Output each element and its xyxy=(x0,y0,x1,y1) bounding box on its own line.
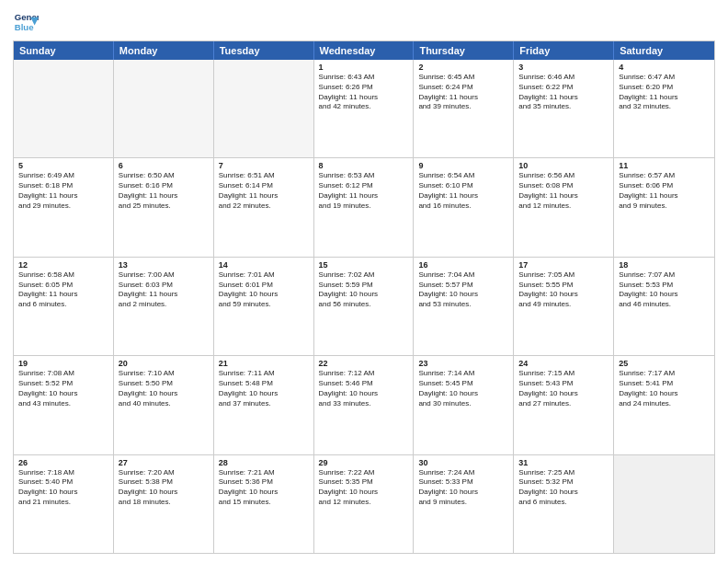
day-number: 10 xyxy=(518,161,609,170)
header: General Blue xyxy=(13,9,715,35)
calendar-cell: 11Sunrise: 6:57 AM Sunset: 6:06 PM Dayli… xyxy=(614,158,714,256)
calendar-cell: 23Sunrise: 7:14 AM Sunset: 5:45 PM Dayli… xyxy=(414,356,514,454)
day-number: 2 xyxy=(418,63,508,72)
calendar-row-5: 26Sunrise: 7:18 AM Sunset: 5:40 PM Dayli… xyxy=(14,455,714,553)
calendar-cell: 29Sunrise: 7:22 AM Sunset: 5:35 PM Dayli… xyxy=(314,455,415,553)
day-number: 25 xyxy=(619,359,710,368)
cell-info: Sunrise: 7:17 AM Sunset: 5:41 PM Dayligh… xyxy=(619,369,710,408)
cell-info: Sunrise: 6:51 AM Sunset: 6:14 PM Dayligh… xyxy=(219,171,309,211)
weekday-header-thursday: Thursday xyxy=(414,41,514,60)
calendar-cell: 9Sunrise: 6:54 AM Sunset: 6:10 PM Daylig… xyxy=(414,158,514,256)
page: General Blue SundayMondayTuesdayWednesda… xyxy=(0,0,728,563)
calendar-cell: 22Sunrise: 7:12 AM Sunset: 5:46 PM Dayli… xyxy=(314,356,415,454)
calendar-row-3: 12Sunrise: 6:58 AM Sunset: 6:05 PM Dayli… xyxy=(14,258,714,356)
day-number: 22 xyxy=(319,359,409,368)
weekday-header-monday: Monday xyxy=(114,41,214,60)
cell-info: Sunrise: 6:43 AM Sunset: 6:26 PM Dayligh… xyxy=(319,73,409,112)
weekday-header-wednesday: Wednesday xyxy=(314,41,415,60)
calendar-cell: 12Sunrise: 6:58 AM Sunset: 6:05 PM Dayli… xyxy=(14,258,114,355)
cell-info: Sunrise: 7:00 AM Sunset: 6:03 PM Dayligh… xyxy=(119,270,209,310)
calendar: SundayMondayTuesdayWednesdayThursdayFrid… xyxy=(13,40,715,554)
cell-info: Sunrise: 7:22 AM Sunset: 5:35 PM Dayligh… xyxy=(319,468,409,508)
calendar-cell: 5Sunrise: 6:49 AM Sunset: 6:18 PM Daylig… xyxy=(14,158,114,256)
weekday-header-tuesday: Tuesday xyxy=(214,41,314,60)
cell-info: Sunrise: 7:04 AM Sunset: 5:57 PM Dayligh… xyxy=(418,270,508,310)
weekday-header-friday: Friday xyxy=(514,41,614,60)
day-number: 1 xyxy=(319,63,409,72)
calendar-header: SundayMondayTuesdayWednesdayThursdayFrid… xyxy=(14,41,714,60)
day-number: 27 xyxy=(119,458,209,467)
calendar-cell: 3Sunrise: 6:46 AM Sunset: 6:22 PM Daylig… xyxy=(514,60,614,157)
cell-info: Sunrise: 7:01 AM Sunset: 6:01 PM Dayligh… xyxy=(219,270,309,310)
calendar-cell: 19Sunrise: 7:08 AM Sunset: 5:52 PM Dayli… xyxy=(14,356,114,454)
calendar-cell: 27Sunrise: 7:20 AM Sunset: 5:38 PM Dayli… xyxy=(114,455,214,553)
calendar-cell: 7Sunrise: 6:51 AM Sunset: 6:14 PM Daylig… xyxy=(214,158,314,256)
calendar-cell: 20Sunrise: 7:10 AM Sunset: 5:50 PM Dayli… xyxy=(114,356,214,454)
day-number: 14 xyxy=(219,260,309,270)
calendar-cell: 2Sunrise: 6:45 AM Sunset: 6:24 PM Daylig… xyxy=(414,60,514,157)
calendar-cell: 6Sunrise: 6:50 AM Sunset: 6:16 PM Daylig… xyxy=(114,158,214,256)
calendar-cell: 25Sunrise: 7:17 AM Sunset: 5:41 PM Dayli… xyxy=(614,356,714,454)
cell-info: Sunrise: 7:25 AM Sunset: 5:32 PM Dayligh… xyxy=(518,468,609,508)
day-number: 18 xyxy=(619,260,710,270)
day-number: 11 xyxy=(619,161,710,170)
cell-info: Sunrise: 6:45 AM Sunset: 6:24 PM Dayligh… xyxy=(418,73,508,112)
calendar-cell: 8Sunrise: 6:53 AM Sunset: 6:12 PM Daylig… xyxy=(314,158,415,256)
calendar-cell xyxy=(114,60,214,157)
day-number: 9 xyxy=(418,161,508,170)
calendar-cell xyxy=(614,455,714,553)
day-number: 31 xyxy=(518,458,609,467)
calendar-row-4: 19Sunrise: 7:08 AM Sunset: 5:52 PM Dayli… xyxy=(14,356,714,454)
cell-info: Sunrise: 6:47 AM Sunset: 6:20 PM Dayligh… xyxy=(619,73,710,112)
day-number: 28 xyxy=(219,458,309,467)
cell-info: Sunrise: 7:20 AM Sunset: 5:38 PM Dayligh… xyxy=(119,468,209,508)
day-number: 30 xyxy=(418,458,508,467)
day-number: 24 xyxy=(518,359,609,368)
day-number: 26 xyxy=(18,458,108,467)
calendar-cell xyxy=(214,60,314,157)
cell-info: Sunrise: 7:10 AM Sunset: 5:50 PM Dayligh… xyxy=(119,369,209,408)
cell-info: Sunrise: 7:18 AM Sunset: 5:40 PM Dayligh… xyxy=(18,468,108,508)
cell-info: Sunrise: 6:57 AM Sunset: 6:06 PM Dayligh… xyxy=(619,171,710,211)
calendar-row-1: 1Sunrise: 6:43 AM Sunset: 6:26 PM Daylig… xyxy=(14,60,714,158)
calendar-cell: 4Sunrise: 6:47 AM Sunset: 6:20 PM Daylig… xyxy=(614,60,714,157)
day-number: 20 xyxy=(119,359,209,368)
logo: General Blue xyxy=(13,9,39,35)
day-number: 19 xyxy=(18,359,108,368)
weekday-header-saturday: Saturday xyxy=(614,41,714,60)
calendar-cell: 18Sunrise: 7:07 AM Sunset: 5:53 PM Dayli… xyxy=(614,258,714,355)
cell-info: Sunrise: 6:46 AM Sunset: 6:22 PM Dayligh… xyxy=(518,73,609,112)
cell-info: Sunrise: 6:54 AM Sunset: 6:10 PM Dayligh… xyxy=(418,171,508,211)
cell-info: Sunrise: 7:12 AM Sunset: 5:46 PM Dayligh… xyxy=(319,369,409,408)
cell-info: Sunrise: 7:05 AM Sunset: 5:55 PM Dayligh… xyxy=(518,270,609,310)
logo-icon: General Blue xyxy=(13,9,39,35)
calendar-cell: 30Sunrise: 7:24 AM Sunset: 5:33 PM Dayli… xyxy=(414,455,514,553)
cell-info: Sunrise: 7:21 AM Sunset: 5:36 PM Dayligh… xyxy=(219,468,309,508)
day-number: 16 xyxy=(418,260,508,270)
calendar-cell: 1Sunrise: 6:43 AM Sunset: 6:26 PM Daylig… xyxy=(314,60,415,157)
cell-info: Sunrise: 6:49 AM Sunset: 6:18 PM Dayligh… xyxy=(18,171,108,211)
calendar-cell: 14Sunrise: 7:01 AM Sunset: 6:01 PM Dayli… xyxy=(214,258,314,355)
cell-info: Sunrise: 6:56 AM Sunset: 6:08 PM Dayligh… xyxy=(518,171,609,211)
cell-info: Sunrise: 7:02 AM Sunset: 5:59 PM Dayligh… xyxy=(319,270,409,310)
calendar-body: 1Sunrise: 6:43 AM Sunset: 6:26 PM Daylig… xyxy=(14,60,714,553)
cell-info: Sunrise: 6:58 AM Sunset: 6:05 PM Dayligh… xyxy=(18,270,108,310)
svg-text:Blue: Blue xyxy=(15,22,34,32)
day-number: 13 xyxy=(119,260,209,270)
cell-info: Sunrise: 7:14 AM Sunset: 5:45 PM Dayligh… xyxy=(418,369,508,408)
day-number: 17 xyxy=(518,260,609,270)
calendar-cell: 13Sunrise: 7:00 AM Sunset: 6:03 PM Dayli… xyxy=(114,258,214,355)
calendar-cell: 15Sunrise: 7:02 AM Sunset: 5:59 PM Dayli… xyxy=(314,258,415,355)
calendar-cell: 17Sunrise: 7:05 AM Sunset: 5:55 PM Dayli… xyxy=(514,258,614,355)
day-number: 29 xyxy=(319,458,409,467)
cell-info: Sunrise: 7:07 AM Sunset: 5:53 PM Dayligh… xyxy=(619,270,710,310)
cell-info: Sunrise: 6:53 AM Sunset: 6:12 PM Dayligh… xyxy=(319,171,409,211)
day-number: 7 xyxy=(219,161,309,170)
calendar-cell: 24Sunrise: 7:15 AM Sunset: 5:43 PM Dayli… xyxy=(514,356,614,454)
calendar-cell: 28Sunrise: 7:21 AM Sunset: 5:36 PM Dayli… xyxy=(214,455,314,553)
calendar-cell: 10Sunrise: 6:56 AM Sunset: 6:08 PM Dayli… xyxy=(514,158,614,256)
day-number: 15 xyxy=(319,260,409,270)
day-number: 21 xyxy=(219,359,309,368)
day-number: 5 xyxy=(18,161,108,170)
calendar-cell xyxy=(14,60,114,157)
